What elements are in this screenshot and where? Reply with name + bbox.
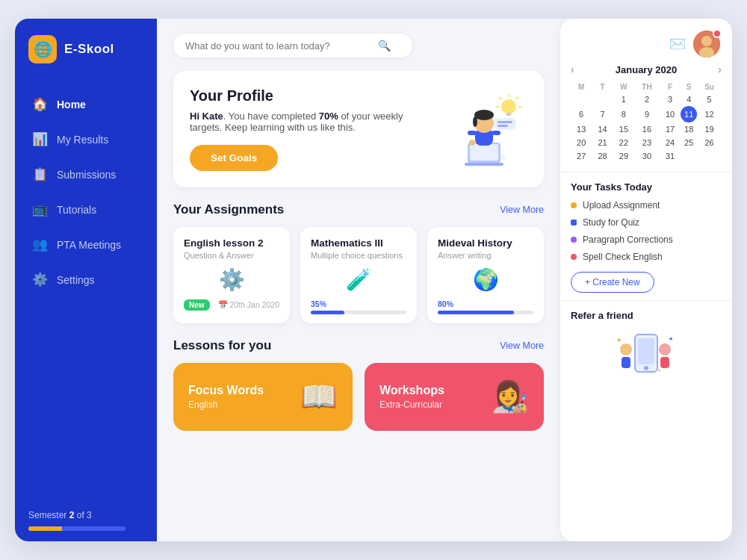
svg-text:★: ★ [669,336,673,341]
assignment-date-1: 📅 20th Jan 2020 [218,300,279,310]
calendar-day[interactable]: 22 [613,136,634,149]
calendar-day[interactable]: 31 [660,149,681,163]
assignments-title: Your Assignments [173,202,284,217]
settings-icon: ⚙️ [31,272,48,287]
calendar-day[interactable]: 5 [697,93,722,106]
sidebar-item-pta-meetings[interactable]: 👥 PTA Meetings [15,228,157,261]
calendar-day[interactable]: 19 [697,122,722,136]
calendar-prev[interactable]: ‹ [571,63,574,75]
lessons-view-more[interactable]: View More [500,340,544,351]
svg-rect-12 [506,113,511,116]
create-new-button[interactable]: + Create New [571,272,654,293]
calendar-day[interactable]: 23 [634,136,660,149]
tutorials-icon: 📺 [31,202,48,217]
calendar-day[interactable]: 11 [681,106,697,122]
calendar-day[interactable]: 3 [660,93,681,106]
calendar-day[interactable]: 28 [592,149,613,163]
semester-progress [28,526,125,531]
lessons-header: Lessons for you View More [173,338,544,353]
submissions-icon: 📋 [31,167,48,182]
svg-rect-18 [494,118,516,130]
lesson-text-focus-words: Focus Words English [188,384,264,410]
set-goals-button[interactable]: Set Goals [190,145,278,171]
assignment-card-history[interactable]: Mideval History Answer writing 🌍 80% [427,227,544,323]
lesson-card-focus-words[interactable]: Focus Words English 📖 [173,363,353,431]
calendar-day[interactable]: 25 [681,136,697,149]
calendar-day[interactable]: 15 [613,122,634,136]
assignment-card-english[interactable]: English lesson 2 Question & Answer ⚙️ Ne… [173,227,290,323]
profile-title: Your Profile [190,87,430,105]
calendar-day[interactable]: 17 [660,122,681,136]
assignment-progress-label-3: 80% [438,299,533,308]
task-item-spell: Spell Check English [571,252,722,262]
refer-title: Refer a friend [571,310,722,321]
calendar-day[interactable]: 29 [613,149,634,163]
calendar-day[interactable]: 20 [571,136,592,149]
logo-icon: 🌐 [28,35,57,63]
svg-point-6 [474,110,494,120]
profile-illustration [430,96,527,163]
calendar-day[interactable]: 6 [571,106,592,122]
calendar-day[interactable]: 27 [571,149,592,163]
calendar-day[interactable]: 14 [592,122,613,136]
home-icon: 🏠 [31,96,48,112]
assignments-view-more[interactable]: View More [500,205,544,215]
profile-message: Hi Kate. You have completed 70% of your … [190,111,430,133]
calendar-day[interactable]: 4 [681,93,697,106]
svg-text:★: ★ [616,337,622,343]
calendar-day[interactable]: 1 [613,93,634,106]
svg-point-27 [620,343,632,355]
sidebar-item-settings[interactable]: ⚙️ Settings [15,263,157,296]
sidebar-item-tutorials[interactable]: 📺 Tutorials [15,193,157,226]
calendar-day[interactable]: 26 [697,136,722,149]
svg-text:✦: ✦ [657,368,661,373]
calendar-day[interactable]: 8 [613,106,634,122]
calendar-day[interactable]: 10 [660,106,681,122]
right-panel: ✉️ ‹ January 2020 › [560,19,732,541]
svg-rect-2 [470,144,498,161]
calendar-day [681,149,697,163]
avatar-wrap[interactable] [693,31,720,57]
calendar-day[interactable]: 21 [592,136,613,149]
svg-rect-25 [638,338,654,364]
profile-text: Your Profile Hi Kate. You have completed… [190,87,430,171]
lessons-title: Lessons for you [173,338,271,353]
sidebar-item-submissions[interactable]: 📋 Submissions [15,158,157,191]
cal-col-m: M [571,81,592,93]
task-dot-paragraph [571,237,577,243]
avatar-notification-badge [713,29,722,38]
lessons-grid: Focus Words English 📖 Workshops Extra-Cu… [173,363,544,431]
calendar-day[interactable]: 13 [571,122,592,136]
mail-icon[interactable]: ✉️ [669,36,686,52]
task-item-upload: Upload Assignment [571,200,722,211]
lesson-text-workshops: Workshops Extra-Curricular [379,384,444,410]
calendar-day[interactable]: 18 [681,122,697,136]
sidebar-item-home[interactable]: 🏠 Home [15,87,157,121]
search-bar-wrap: 🔍 [173,34,544,57]
calendar-month: January 2020 [616,64,677,75]
assignment-card-math[interactable]: Mathematics III Multiple choice question… [300,227,417,323]
cal-col-th: TH [634,81,660,93]
profile-card: Your Profile Hi Kate. You have completed… [173,71,544,187]
assignments-grid: English lesson 2 Question & Answer ⚙️ Ne… [173,227,544,323]
calendar-day[interactable]: 12 [697,106,722,122]
calendar-day[interactable]: 30 [634,149,660,163]
assignment-progress-3 [438,311,533,314]
sidebar-label-my-results: My Results [57,134,108,146]
assignment-sub-3: Answer writing [438,251,533,260]
svg-point-11 [501,99,516,114]
calendar-day[interactable]: 16 [634,122,660,136]
lesson-card-workshops[interactable]: Workshops Extra-Curricular 👩‍🎨 [365,363,544,431]
svg-point-22 [701,36,712,46]
sidebar-item-my-results[interactable]: 📊 My Results [15,122,157,156]
search-input[interactable] [185,40,372,52]
calendar-day[interactable]: 7 [592,106,613,122]
search-bar: 🔍 [173,34,412,57]
calendar-next[interactable]: › [718,63,722,75]
calendar-day[interactable]: 2 [634,93,660,106]
svg-rect-3 [465,163,503,166]
calendar-day[interactable]: 9 [634,106,660,122]
task-label-upload: Upload Assignment [583,200,660,211]
sidebar-footer: Semester 2 of 3 [15,497,157,541]
calendar-day[interactable]: 24 [660,136,681,149]
